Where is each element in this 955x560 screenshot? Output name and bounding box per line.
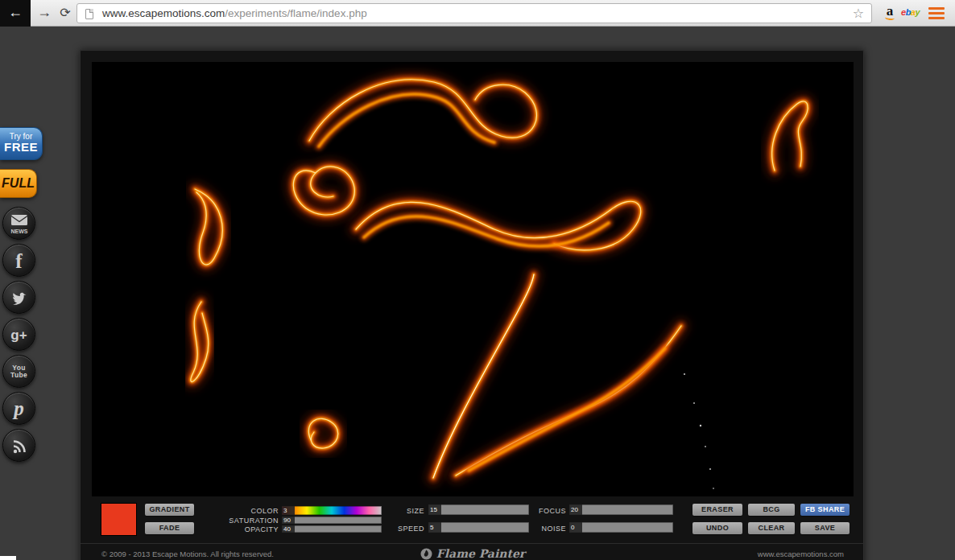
pinterest-icon: p (3, 393, 35, 425)
facebook-icon: f (3, 245, 35, 278)
newsletter-button[interactable]: NEWS (2, 207, 35, 240)
menu-bar (928, 17, 945, 19)
color-value: 3 (282, 506, 295, 515)
youtube-button[interactable]: You Tube (2, 355, 35, 388)
forward-button[interactable]: → (34, 0, 55, 27)
facebook-button[interactable]: f (2, 244, 35, 277)
page-background: Try for FREE FULL NEWS f g+ You Tube (0, 27, 955, 560)
full-version-button[interactable]: FULL (0, 169, 37, 198)
saturation-label: SATURATION (198, 517, 279, 525)
url-text[interactable]: www.escapemotions.com/experiments/flame/… (102, 4, 367, 23)
page-icon (85, 9, 93, 19)
menu-bar (928, 12, 945, 14)
reload-button[interactable]: ⟳ (55, 0, 76, 27)
drawing-canvas[interactable] (92, 62, 854, 496)
screen: ← → ⟳ www.escapemotions.com/experiments/… (0, 0, 955, 560)
back-icon: ← (8, 4, 23, 20)
eraser-button[interactable]: ERASER (692, 504, 742, 516)
googleplus-button[interactable]: g+ (2, 318, 35, 351)
opacity-label: OPACITY (198, 525, 279, 533)
speed-slider[interactable]: 5 (428, 522, 529, 533)
controls-bar: GRADIENT FADE COLOR 3 SATURATION 90 OPAC… (81, 500, 865, 543)
color-slider[interactable]: 3 (282, 506, 382, 515)
speed-label: SPEED (384, 525, 424, 533)
rss-icon (10, 438, 28, 455)
flame-painter-logo-text: Flame Painter (436, 547, 525, 560)
url-bar[interactable]: www.escapemotions.com/experiments/flame/… (76, 3, 872, 23)
saturation-slider[interactable]: 90 (282, 517, 382, 524)
back-button[interactable]: ← (0, 0, 31, 27)
fb-share-button[interactable]: FB SHARE (800, 504, 850, 516)
fade-button[interactable]: FADE (145, 522, 194, 534)
news-label: NEWS (10, 229, 27, 234)
bookmark-star-icon[interactable]: ☆ (853, 4, 864, 23)
pinterest-button[interactable]: p (2, 392, 35, 425)
youtube-icon: You Tube (3, 356, 35, 379)
size-label: SIZE (384, 507, 424, 515)
googleplus-icon: g+ (3, 319, 35, 352)
website-link[interactable]: www.escapemotions.com (758, 550, 844, 558)
flame-painter-logo: Flame Painter (81, 547, 865, 560)
bcg-button[interactable]: BCG (748, 504, 795, 516)
noise-value: 0 (569, 522, 582, 533)
try-for-free-line2: FREE (0, 141, 42, 154)
opacity-value: 40 (282, 525, 295, 533)
clear-button[interactable]: CLEAR (748, 522, 795, 534)
rss-button[interactable] (2, 429, 35, 462)
ebay-bookmark-icon[interactable]: ebay (901, 7, 920, 17)
forward-icon: → (37, 4, 52, 20)
amazon-smile-icon (885, 14, 895, 20)
email-icon: NEWS (7, 211, 31, 238)
flame-artwork (92, 62, 854, 496)
spark-dots (684, 373, 714, 489)
twitter-bird-icon (10, 291, 28, 306)
focus-label: FOCUS (519, 507, 566, 515)
ebay-letter: y (915, 7, 920, 17)
save-button[interactable]: SAVE (800, 522, 850, 534)
status-bubble (0, 556, 16, 560)
size-value: 15 (428, 504, 441, 515)
try-for-free-button[interactable]: Try for FREE (0, 127, 43, 160)
color-swatch[interactable] (101, 503, 137, 536)
amazon-bookmark-icon[interactable]: a (881, 2, 899, 24)
noise-label: NOISE (519, 525, 566, 533)
menu-bar (928, 7, 945, 10)
color-label: COLOR (198, 507, 279, 515)
menu-hamburger-icon[interactable] (928, 7, 945, 20)
flame-painter-logo-icon (420, 548, 432, 560)
youtube-line2: Tube (3, 372, 35, 379)
flame-painter-panel: GRADIENT FADE COLOR 3 SATURATION 90 OPAC… (80, 50, 864, 560)
url-host: www.escapemotions.com (102, 7, 225, 19)
speed-value: 5 (428, 522, 441, 533)
noise-slider[interactable]: 0 (569, 522, 673, 533)
url-path: /experiments/flame/index.php (225, 7, 366, 19)
browser-toolbar: ← → ⟳ www.escapemotions.com/experiments/… (0, 0, 955, 27)
twitter-button[interactable] (2, 281, 35, 314)
saturation-value: 90 (282, 517, 295, 524)
panel-footer: © 2009 - 2013 Escape Motions. All rights… (81, 543, 865, 560)
gradient-button[interactable]: GRADIENT (145, 504, 194, 516)
reload-icon: ⟳ (60, 6, 70, 19)
focus-value: 20 (569, 504, 582, 515)
opacity-slider[interactable]: 40 (282, 525, 382, 533)
undo-button[interactable]: UNDO (692, 522, 742, 534)
focus-slider[interactable]: 20 (569, 504, 673, 515)
size-slider[interactable]: 15 (428, 504, 529, 515)
